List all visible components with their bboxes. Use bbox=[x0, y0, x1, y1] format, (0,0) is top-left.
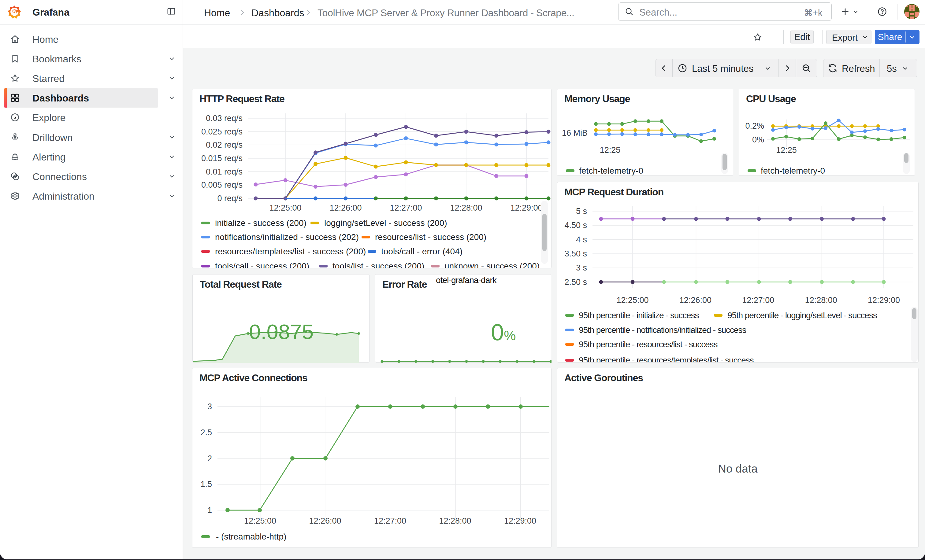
svg-text:0.2%: 0.2% bbox=[745, 122, 764, 131]
svg-text:12:25: 12:25 bbox=[600, 146, 621, 155]
svg-text:12:26:00: 12:26:00 bbox=[309, 516, 341, 525]
svg-text:12:28:00: 12:28:00 bbox=[439, 516, 472, 525]
svg-text:12:27:00: 12:27:00 bbox=[374, 516, 406, 525]
svg-text:12:29:00: 12:29:00 bbox=[504, 516, 536, 525]
svg-text:3: 3 bbox=[207, 402, 212, 411]
svg-text:12:25: 12:25 bbox=[776, 146, 797, 155]
svg-text:0%: 0% bbox=[752, 135, 764, 144]
svg-text:1: 1 bbox=[207, 506, 212, 515]
svg-text:1.5: 1.5 bbox=[200, 480, 212, 489]
svg-text:2: 2 bbox=[207, 454, 212, 463]
svg-text:12:25:00: 12:25:00 bbox=[244, 516, 276, 525]
svg-text:16 MiB: 16 MiB bbox=[562, 128, 588, 138]
svg-text:2.5: 2.5 bbox=[200, 428, 212, 437]
